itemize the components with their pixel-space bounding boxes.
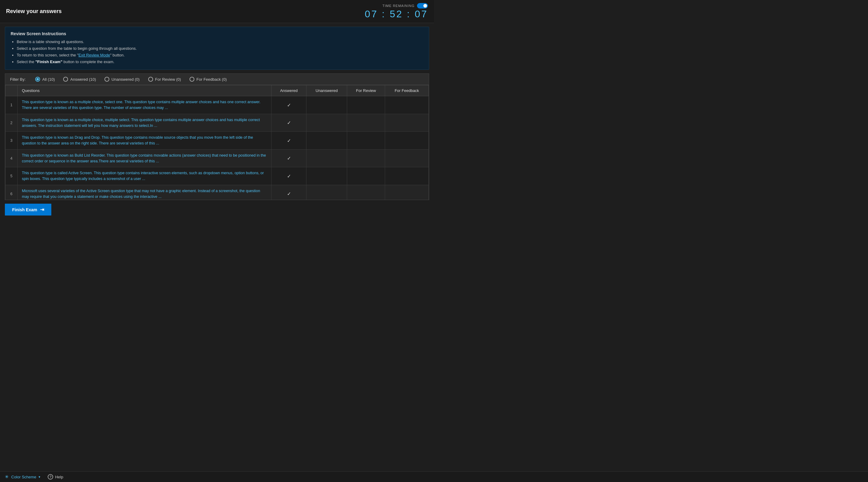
table-row[interactable]: 4This question type is known as Build Li… — [5, 149, 429, 167]
question-text[interactable]: This question type is known as a multipl… — [18, 96, 272, 114]
table-row[interactable]: 3This question type is known as Drag and… — [5, 132, 429, 150]
instructions-title: Review Screen Instructions — [11, 31, 423, 36]
col-unanswered: Unanswered — [306, 85, 347, 96]
instruction-item-3: To return to this screen, select the "Ex… — [17, 52, 423, 59]
row-number: 4 — [5, 149, 18, 167]
row-number: 2 — [5, 114, 18, 132]
exit-review-link[interactable]: Exit Review Mode — [79, 53, 110, 57]
table-row[interactable]: 1This question type is known as a multip… — [5, 96, 429, 114]
filter-all-label: All (10) — [42, 77, 55, 82]
cell-for-review — [347, 96, 385, 114]
col-for-review: For Review — [347, 85, 385, 96]
cell-answered: ✓ — [272, 185, 306, 200]
filter-for-feedback[interactable]: For Feedback (0) — [189, 77, 227, 82]
timer-area: TIME REMAINING 07 : 52 : 07 — [365, 3, 428, 20]
radio-for-feedback — [189, 77, 194, 82]
questions-table: Questions Answered Unanswered For Review… — [5, 85, 429, 200]
table-row[interactable]: 6Microsoft uses several varieties of the… — [5, 185, 429, 200]
row-number: 5 — [5, 167, 18, 185]
cell-for-feedback — [385, 185, 429, 200]
question-text[interactable]: This question type is called Active Scre… — [18, 167, 272, 185]
filter-for-feedback-label: For Feedback (0) — [196, 77, 227, 82]
cell-answered: ✓ — [272, 96, 306, 114]
question-text[interactable]: This question type is known as a multipl… — [18, 114, 272, 132]
filter-row: Filter By: All (10) Answered (10) Unansw… — [5, 73, 429, 85]
table-header-row: Questions Answered Unanswered For Review… — [5, 85, 429, 96]
question-text[interactable]: This question type is known as Build Lis… — [18, 149, 272, 167]
filter-for-review-label: For Review (0) — [155, 77, 181, 82]
cell-unanswered — [306, 132, 347, 150]
question-text[interactable]: This question type is known as Drag and … — [18, 132, 272, 150]
timer-value: 07 : 52 : 07 — [365, 8, 428, 20]
cell-unanswered — [306, 185, 347, 200]
cell-for-review — [347, 114, 385, 132]
filter-answered-label: Answered (10) — [70, 77, 96, 82]
instructions-list: Below is a table showing all questions. … — [11, 38, 423, 65]
header: Review your answers TIME REMAINING 07 : … — [0, 0, 434, 23]
questions-table-container: Questions Answered Unanswered For Review… — [5, 85, 429, 200]
cell-answered: ✓ — [272, 114, 306, 132]
cell-answered: ✓ — [272, 149, 306, 167]
cell-answered: ✓ — [272, 167, 306, 185]
finish-exam-button[interactable]: Finish Exam ⇥ — [5, 204, 51, 216]
cell-for-review — [347, 132, 385, 150]
exit-icon: ⇥ — [40, 207, 44, 213]
cell-for-review — [347, 185, 385, 200]
instruction-item-2: Select a question from the table to begi… — [17, 45, 423, 52]
timer-toggle[interactable] — [417, 3, 428, 8]
cell-for-feedback — [385, 132, 429, 150]
cell-unanswered — [306, 167, 347, 185]
row-number: 3 — [5, 132, 18, 150]
radio-unanswered — [104, 77, 109, 82]
instruction-item-4: Select the "Finish Exam" button to compl… — [17, 59, 423, 65]
cell-unanswered — [306, 114, 347, 132]
timer-label: TIME REMAINING — [382, 4, 414, 8]
filter-label: Filter By: — [10, 77, 26, 82]
col-num — [5, 85, 18, 96]
cell-for-review — [347, 149, 385, 167]
cell-unanswered — [306, 96, 347, 114]
cell-for-feedback — [385, 114, 429, 132]
cell-unanswered — [306, 149, 347, 167]
page-title: Review your answers — [6, 8, 62, 14]
row-number: 1 — [5, 96, 18, 114]
filter-for-review[interactable]: For Review (0) — [148, 77, 181, 82]
table-row[interactable]: 5This question type is called Active Scr… — [5, 167, 429, 185]
filter-all[interactable]: All (10) — [35, 77, 55, 82]
table-body: 1This question type is known as a multip… — [5, 96, 429, 200]
instructions-box: Review Screen Instructions Below is a ta… — [5, 27, 429, 70]
col-questions: Questions — [18, 85, 272, 96]
timer-label-row: TIME REMAINING — [382, 3, 428, 8]
cell-for-feedback — [385, 149, 429, 167]
instruction-item-1: Below is a table showing all questions. — [17, 38, 423, 45]
row-number: 6 — [5, 185, 18, 200]
filter-answered[interactable]: Answered (10) — [63, 77, 96, 82]
radio-answered — [63, 77, 68, 82]
table-row[interactable]: 2This question type is known as a multip… — [5, 114, 429, 132]
cell-for-feedback — [385, 167, 429, 185]
finish-exam-label: Finish Exam — [12, 207, 37, 212]
filter-unanswered-label: Unanswered (0) — [112, 77, 140, 82]
cell-for-review — [347, 167, 385, 185]
question-text[interactable]: Microsoft uses several varieties of the … — [18, 185, 272, 200]
col-for-feedback: For Feedback — [385, 85, 429, 96]
footer-buttons: Finish Exam ⇥ — [0, 200, 434, 218]
radio-for-review — [148, 77, 153, 82]
col-answered: Answered — [272, 85, 306, 96]
cell-answered: ✓ — [272, 132, 306, 150]
filter-unanswered[interactable]: Unanswered (0) — [104, 77, 140, 82]
radio-all — [35, 77, 40, 82]
cell-for-feedback — [385, 96, 429, 114]
